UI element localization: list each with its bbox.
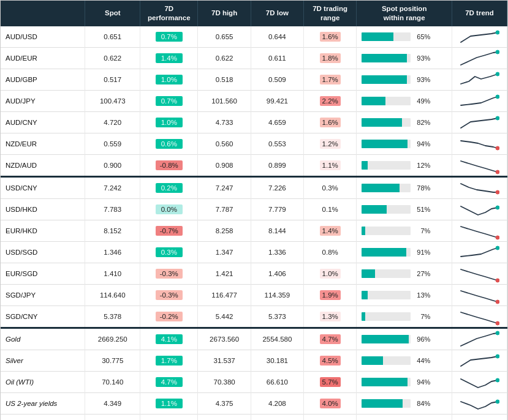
spot-pct-label: 49% <box>413 97 430 105</box>
col-perf: 7Dperformance <box>140 1 198 26</box>
trend-cell <box>452 133 507 154</box>
spot-pct-label: 51% <box>413 206 430 213</box>
header-row: Spot 7Dperformance 7D high 7D low 7D tra… <box>1 1 507 26</box>
spot-bar-fill <box>362 356 383 365</box>
low-value: 1.336 <box>251 241 303 263</box>
spot-bar-cell: 27% <box>357 263 452 284</box>
spot-bar-cell: 96% <box>357 328 452 350</box>
perf-value: -0.2% <box>140 306 198 328</box>
spot-bar-bg <box>362 161 411 170</box>
spot-bar-cell: 65% <box>357 26 452 48</box>
spot-value: 114.640 <box>85 284 140 306</box>
spot-bar-cell: 82% <box>357 111 452 133</box>
low-value: 4.659 <box>251 111 303 133</box>
range-value: 0.8% <box>304 241 357 263</box>
spot-pct-label: 94% <box>413 378 430 386</box>
spot-value: 4.349 <box>85 392 140 414</box>
col-low: 7D low <box>251 1 303 26</box>
perf-value: 1.0% <box>140 69 198 90</box>
spot-bar-fill <box>362 291 368 299</box>
high-value: 2673.560 <box>198 328 251 350</box>
trend-cell <box>452 350 507 371</box>
svg-point-4 <box>496 116 499 120</box>
spot-bar-bg <box>362 118 411 127</box>
pair-label: NZD/AUD <box>1 154 85 176</box>
range-value: 2.2% <box>304 90 357 111</box>
svg-point-8 <box>496 206 499 209</box>
pair-label: NZD/EUR <box>1 133 85 154</box>
svg-point-17 <box>496 400 499 403</box>
high-value: 70.380 <box>198 371 251 392</box>
spot-bar-fill <box>362 312 365 321</box>
spot-pct-label: 12% <box>413 162 430 169</box>
spot-pct-label: 93% <box>413 76 430 83</box>
perf-value: -0.4% <box>140 414 198 420</box>
spot-pct-label: 13% <box>413 291 430 299</box>
spot-pct-label: 93% <box>413 54 430 62</box>
pair-label: USD/CNY <box>1 176 85 198</box>
range-value: 4.5% <box>304 350 357 371</box>
perf-value: 0.6% <box>140 133 198 154</box>
low-value: 4.357 <box>251 414 303 420</box>
spot-value: 70.140 <box>85 371 140 392</box>
spot-bar-cell: 49% <box>357 90 452 111</box>
svg-point-3 <box>496 95 499 99</box>
low-value: 2554.580 <box>251 328 303 350</box>
spot-value: 5.378 <box>85 306 140 328</box>
low-value: 7.226 <box>251 176 303 198</box>
spot-bar-fill <box>362 248 406 257</box>
spot-pct-label: 7% <box>413 227 430 234</box>
table-row: SGD/JPY 114.640 -0.3% 116.477 114.359 1.… <box>1 284 507 306</box>
spot-bar-fill <box>362 75 407 84</box>
spot-bar-cell: 91% <box>357 241 452 263</box>
low-value: 7.779 <box>251 198 303 220</box>
table-row: USD/SGD 1.346 0.3% 1.347 1.336 0.8% 91% <box>1 241 507 263</box>
spot-bar-cell: 44% <box>357 350 452 371</box>
pair-label: Silver <box>1 350 85 371</box>
table-row: UK 2-year yields 4.383 -0.4% 4.461 4.357… <box>1 414 507 420</box>
spot-bar-bg <box>362 248 411 257</box>
spot-bar-cell: 13% <box>357 284 452 306</box>
low-value: 5.373 <box>251 306 303 328</box>
trend-cell <box>452 414 507 420</box>
perf-value: 1.4% <box>140 47 198 69</box>
low-value: 0.899 <box>251 154 303 176</box>
low-value: 4.208 <box>251 392 303 414</box>
spot-pct-label: 82% <box>413 119 430 126</box>
trend-cell <box>452 392 507 414</box>
high-value: 8.258 <box>198 220 251 241</box>
svg-point-12 <box>496 300 499 304</box>
spot-pct-label: 91% <box>413 249 430 256</box>
spot-value: 1.346 <box>85 241 140 263</box>
spot-value: 1.410 <box>85 263 140 284</box>
spot-pct-label: 78% <box>413 184 430 192</box>
spot-bar-bg <box>362 184 411 192</box>
range-value: 4.7% <box>304 328 357 350</box>
range-value: 0.3% <box>304 176 357 198</box>
pair-label: USD/HKD <box>1 198 85 220</box>
pair-label: USD/SGD <box>1 241 85 263</box>
range-value: 1.9% <box>304 284 357 306</box>
low-value: 0.644 <box>251 26 303 48</box>
spot-bar-bg <box>362 312 411 321</box>
trend-cell <box>452 69 507 90</box>
high-value: 5.442 <box>198 306 251 328</box>
spot-bar-cell: 84% <box>357 392 452 414</box>
low-value: 66.610 <box>251 371 303 392</box>
pair-label: AUD/JPY <box>1 90 85 111</box>
table-row: Gold 2669.250 4.1% 2673.560 2554.580 4.7… <box>1 328 507 350</box>
svg-point-0 <box>496 31 499 34</box>
trend-cell <box>452 111 507 133</box>
svg-point-10 <box>496 246 499 250</box>
low-value: 8.144 <box>251 220 303 241</box>
high-value: 4.375 <box>198 392 251 414</box>
perf-value: 1.1% <box>140 392 198 414</box>
spot-pct-label: 7% <box>413 313 430 320</box>
spot-value: 0.900 <box>85 154 140 176</box>
spot-bar-cell: 25% <box>357 414 452 420</box>
range-value: 1.2% <box>304 133 357 154</box>
range-value: 1.7% <box>304 69 357 90</box>
high-value: 0.908 <box>198 154 251 176</box>
low-value: 0.611 <box>251 47 303 69</box>
spot-value: 100.473 <box>85 90 140 111</box>
